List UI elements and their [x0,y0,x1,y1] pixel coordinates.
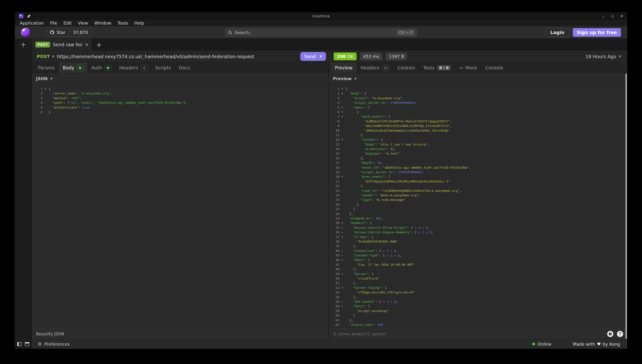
method-selector[interactable]: POST [37,54,50,59]
fold-toggle-icon[interactable]: ► [339,248,345,253]
preview-mode-dropdown[interactable]: Preview ▼ [329,73,627,84]
fold-gutter [339,198,345,202]
tab-cookies[interactable]: Cookies [393,62,419,73]
tab-response-headers[interactable]: Headers10 [357,62,393,73]
fold-toggle-icon[interactable]: ▼ [43,86,48,91]
code-line: 23 "room_id": "!alEH69o4SgHGMoiZu00sE7nb… [329,188,627,193]
tab-tests[interactable]: Tests0 / 0 [419,62,455,73]
fold-gutter [339,262,345,267]
response-preview-editor[interactable]: 1▼{2▼ "body": {3 "origin": "m.easydemo.o… [329,84,627,329]
menu-item-help[interactable]: Help [131,20,147,26]
url-input[interactable]: https://hammerhead.nexy7574.co.uk/_hamme… [57,54,300,59]
menu-item-file[interactable]: File [47,20,60,26]
request-tab[interactable]: POST Send raw federati... ✕ [32,39,92,50]
menu-item-tools[interactable]: Tools [114,20,131,26]
fold-toggle-icon[interactable]: ▼ [339,304,345,308]
fold-toggle-icon[interactable]: ► [339,226,345,230]
line-number: 5 [32,105,43,110]
response-filter-bar: ? [329,329,627,339]
line-number: 7 [329,114,339,119]
window-title: Insomnia [312,14,330,18]
fold-toggle-icon[interactable]: ▼ [339,114,345,119]
fold-gutter [339,119,345,124]
fold-toggle-icon[interactable]: ▼ [339,174,345,179]
send-button[interactable]: Send ▼ [300,52,326,61]
fold-toggle-icon[interactable]: ▼ [339,258,345,262]
menu-item-edit[interactable]: Edit [60,20,75,26]
green-dot-badge [77,65,83,71]
tab-params[interactable]: Params [34,62,59,73]
line-number: 1 [32,86,43,91]
fold-toggle-icon[interactable]: ▼ [339,286,345,290]
fold-toggle-icon[interactable]: ▼ [339,272,345,276]
response-scrollbar[interactable] [625,74,627,339]
code-line: 48 ], [329,267,627,272]
fold-gutter [339,142,345,147]
fold-toggle-icon[interactable]: ▼ [339,91,345,96]
code-line: 60 ] [329,313,627,318]
fold-toggle-icon[interactable]: ► [339,253,345,258]
close-button[interactable]: ✕ [620,14,623,18]
line-number: 19 [329,170,339,174]
tab-auth[interactable]: Auth [87,62,115,73]
fold-toggle-icon[interactable]: ▼ [339,110,345,114]
filter-history-button[interactable] [607,331,613,337]
search-icon [228,30,232,34]
tab-headers[interactable]: Headers4 [115,62,151,73]
heart-icon: ♥ [597,342,601,346]
tab-docs[interactable]: Docs [175,62,194,73]
github-star-button[interactable]: Star 37,870 [46,28,92,37]
fold-toggle-icon[interactable]: ▼ [339,235,345,239]
pin-icon[interactable] [27,14,31,18]
toggle-sidebar-icon[interactable] [17,342,22,346]
fold-gutter [43,105,48,110]
new-request-button[interactable]: + [20,39,26,50]
response-filter-input[interactable] [333,332,603,336]
send-options-caret-icon[interactable]: ▼ [320,55,322,58]
response-history-dropdown[interactable]: 18 Hours Ago ▼ [585,54,621,59]
line-number: 3 [32,96,43,100]
line-number: 53 [329,290,339,294]
body-type-dropdown[interactable]: JSON ▼ [32,73,328,84]
filter-help-button[interactable]: ? [617,331,623,337]
line-number: 5 [329,105,339,110]
line-number: 59 [329,309,339,313]
fold-toggle-icon[interactable]: ► [339,230,345,234]
menu-item-view[interactable]: View [75,20,91,26]
fold-toggle-icon[interactable]: ▼ [339,86,345,91]
code-line: 3 "method": "GET", [32,96,328,100]
method-badge: POST [35,42,50,48]
fold-gutter [339,184,345,188]
fold-gutter [43,100,48,105]
code-line: 40► "Connection": [ ↔ 1 ↔ ], [329,248,627,253]
code-line: 4 "origin_server_ts": 1769544046024, [329,100,627,105]
close-tab-icon[interactable]: ✕ [85,42,89,47]
tab-scripts[interactable]: Scripts [151,62,175,73]
tab-preview[interactable]: Preview [331,62,357,73]
login-button[interactable]: Login [545,28,569,37]
tab-body[interactable]: Body [59,62,87,73]
fold-toggle-icon[interactable]: ▼ [339,138,345,142]
fold-toggle-icon[interactable]: ▼ [339,221,345,225]
search-input[interactable]: Search.. Ctrl + P [225,28,417,37]
maximize-button[interactable]: ◇ [611,14,614,18]
menu-item-window[interactable]: Window [91,20,114,26]
signup-button[interactable]: Sign up for free [573,28,621,37]
fold-gutter [339,281,345,285]
new-tab-button[interactable]: + [92,39,106,50]
fold-toggle-icon[interactable]: ▼ [339,105,345,110]
minimize-button[interactable]: ⌄ [602,14,605,18]
code-line: 21 "$2FT5QyqI2SbR9evz2Ro98jo0MoVoAcHjo4h… [329,179,627,184]
line-number: 27 [329,207,339,211]
fold-toggle-icon[interactable]: ► [339,299,345,304]
request-body-editor[interactable]: 1▼{2 "server_name": "m.easydemo.org",3 "… [32,84,328,329]
toggle-panel-icon[interactable] [25,342,29,346]
beautify-json-button[interactable]: Beautify JSON [36,332,64,336]
menu-item-application[interactable]: Application [17,20,47,26]
tab-console[interactable]: Console [481,62,507,73]
tab-mock[interactable]: →Mock [455,62,481,73]
menu-bar: ApplicationFileEditViewWindowToolsHelp [15,20,627,26]
preferences-button[interactable]: ⚙ Preferences [32,341,76,346]
tab-preview-label: Preview [335,65,352,70]
line-number: 9 [329,124,339,128]
